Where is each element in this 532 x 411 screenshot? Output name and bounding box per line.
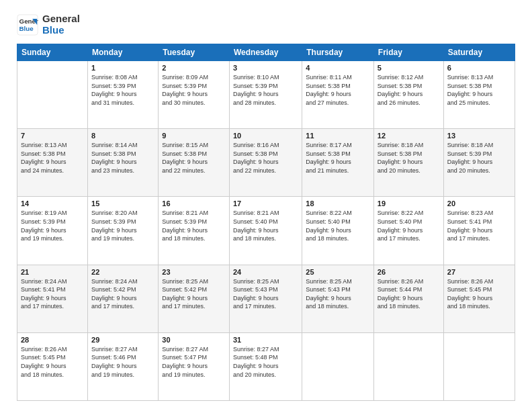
day-number: 6 [447,64,511,72]
calendar-cell: 30Sunrise: 8:27 AM Sunset: 5:47 PM Dayli… [159,332,230,400]
day-info: Sunrise: 8:21 AM Sunset: 5:40 PM Dayligh… [233,209,298,242]
weekday-header-row: SundayMondayTuesdayWednesdayThursdayFrid… [17,44,515,61]
calendar-cell: 9Sunrise: 8:15 AM Sunset: 5:38 PM Daylig… [159,129,230,197]
weekday-header-monday: Monday [88,44,159,61]
day-number: 11 [306,132,370,140]
header: General Blue General Blue [17,13,515,36]
calendar-table: SundayMondayTuesdayWednesdayThursdayFrid… [17,44,515,401]
calendar-cell [443,332,515,400]
weekday-header-sunday: Sunday [17,44,88,61]
day-info: Sunrise: 8:24 AM Sunset: 5:42 PM Dayligh… [91,277,154,311]
day-number: 20 [447,199,511,208]
day-info: Sunrise: 8:08 AM Sunset: 5:39 PM Dayligh… [91,73,154,107]
day-info: Sunrise: 8:26 AM Sunset: 5:45 PM Dayligh… [447,277,511,311]
day-info: Sunrise: 8:18 AM Sunset: 5:39 PM Dayligh… [447,141,511,175]
day-info: Sunrise: 8:14 AM Sunset: 5:38 PM Dayligh… [91,141,154,175]
day-info: Sunrise: 8:09 AM Sunset: 5:39 PM Dayligh… [162,73,226,107]
calendar-cell: 4Sunrise: 8:11 AM Sunset: 5:38 PM Daylig… [302,61,374,129]
week-row-3: 14Sunrise: 8:19 AM Sunset: 5:39 PM Dayli… [17,197,515,265]
week-row-1: 1Sunrise: 8:08 AM Sunset: 5:39 PM Daylig… [17,61,515,129]
calendar-cell: 25Sunrise: 8:25 AM Sunset: 5:43 PM Dayli… [302,265,374,332]
calendar-cell: 15Sunrise: 8:20 AM Sunset: 5:39 PM Dayli… [88,197,159,265]
calendar-cell: 16Sunrise: 8:21 AM Sunset: 5:39 PM Dayli… [159,197,230,265]
day-info: Sunrise: 8:11 AM Sunset: 5:38 PM Dayligh… [306,73,370,107]
day-number: 14 [21,199,84,208]
calendar-cell: 2Sunrise: 8:09 AM Sunset: 5:39 PM Daylig… [159,61,230,129]
day-info: Sunrise: 8:25 AM Sunset: 5:43 PM Dayligh… [306,277,370,311]
calendar-cell: 20Sunrise: 8:23 AM Sunset: 5:41 PM Dayli… [443,197,515,265]
day-number: 8 [91,132,154,140]
calendar-cell: 19Sunrise: 8:22 AM Sunset: 5:40 PM Dayli… [373,197,443,265]
day-number: 31 [233,336,298,344]
day-info: Sunrise: 8:16 AM Sunset: 5:38 PM Dayligh… [233,141,298,175]
calendar-cell [373,332,443,400]
calendar-cell: 23Sunrise: 8:25 AM Sunset: 5:42 PM Dayli… [159,265,230,332]
calendar-cell: 12Sunrise: 8:18 AM Sunset: 5:38 PM Dayli… [373,129,443,197]
weekday-header-wednesday: Wednesday [230,44,302,61]
day-number: 1 [91,64,154,72]
day-number: 25 [306,268,370,276]
calendar-cell: 18Sunrise: 8:22 AM Sunset: 5:40 PM Dayli… [302,197,374,265]
day-number: 7 [21,132,84,140]
calendar-cell: 29Sunrise: 8:27 AM Sunset: 5:46 PM Dayli… [88,332,159,400]
week-row-4: 21Sunrise: 8:24 AM Sunset: 5:41 PM Dayli… [17,265,515,332]
calendar-cell: 11Sunrise: 8:17 AM Sunset: 5:38 PM Dayli… [302,129,374,197]
calendar-cell: 17Sunrise: 8:21 AM Sunset: 5:40 PM Dayli… [230,197,302,265]
calendar-cell: 27Sunrise: 8:26 AM Sunset: 5:45 PM Dayli… [443,265,515,332]
day-number: 16 [162,199,226,208]
day-number: 15 [91,199,154,208]
day-info: Sunrise: 8:26 AM Sunset: 5:45 PM Dayligh… [21,345,84,379]
day-number: 24 [233,268,298,276]
calendar-cell: 21Sunrise: 8:24 AM Sunset: 5:41 PM Dayli… [17,265,88,332]
day-info: Sunrise: 8:15 AM Sunset: 5:38 PM Dayligh… [162,141,226,175]
page: General Blue General Blue SundayMondayTu… [0,0,532,411]
day-info: Sunrise: 8:27 AM Sunset: 5:47 PM Dayligh… [162,345,226,379]
calendar-cell: 5Sunrise: 8:12 AM Sunset: 5:38 PM Daylig… [373,61,443,129]
day-number: 26 [378,268,440,276]
calendar-cell: 14Sunrise: 8:19 AM Sunset: 5:39 PM Dayli… [17,197,88,265]
weekday-header-thursday: Thursday [302,44,374,61]
day-info: Sunrise: 8:26 AM Sunset: 5:44 PM Dayligh… [378,277,440,311]
day-number: 30 [162,336,226,344]
day-info: Sunrise: 8:25 AM Sunset: 5:43 PM Dayligh… [233,277,298,311]
day-number: 23 [162,268,226,276]
weekday-header-saturday: Saturday [443,44,515,61]
day-number: 22 [91,268,154,276]
day-info: Sunrise: 8:24 AM Sunset: 5:41 PM Dayligh… [21,277,84,311]
day-number: 21 [21,268,84,276]
calendar-cell: 28Sunrise: 8:26 AM Sunset: 5:45 PM Dayli… [17,332,88,400]
day-number: 27 [447,268,511,276]
day-info: Sunrise: 8:17 AM Sunset: 5:38 PM Dayligh… [306,141,370,175]
day-number: 4 [306,64,370,72]
calendar-cell: 1Sunrise: 8:08 AM Sunset: 5:39 PM Daylig… [88,61,159,129]
day-number: 3 [233,64,298,72]
day-number: 18 [306,199,370,208]
calendar-cell: 31Sunrise: 8:27 AM Sunset: 5:48 PM Dayli… [230,332,302,400]
weekday-header-friday: Friday [373,44,443,61]
day-number: 19 [378,199,440,208]
day-number: 12 [378,132,440,140]
calendar-cell: 22Sunrise: 8:24 AM Sunset: 5:42 PM Dayli… [88,265,159,332]
day-number: 10 [233,132,298,140]
calendar-cell: 24Sunrise: 8:25 AM Sunset: 5:43 PM Dayli… [230,265,302,332]
day-number: 2 [162,64,226,72]
logo: General Blue General Blue [17,13,80,36]
calendar-cell [17,61,88,129]
weekday-header-tuesday: Tuesday [159,44,230,61]
day-info: Sunrise: 8:13 AM Sunset: 5:38 PM Dayligh… [447,73,511,107]
calendar-cell [302,332,374,400]
day-info: Sunrise: 8:12 AM Sunset: 5:38 PM Dayligh… [378,73,440,107]
day-number: 17 [233,199,298,208]
day-info: Sunrise: 8:27 AM Sunset: 5:48 PM Dayligh… [233,345,298,379]
calendar-cell: 6Sunrise: 8:13 AM Sunset: 5:38 PM Daylig… [443,61,515,129]
calendar-cell: 7Sunrise: 8:13 AM Sunset: 5:38 PM Daylig… [17,129,88,197]
day-number: 5 [378,64,440,72]
day-info: Sunrise: 8:23 AM Sunset: 5:41 PM Dayligh… [447,209,511,242]
day-info: Sunrise: 8:18 AM Sunset: 5:38 PM Dayligh… [378,141,440,175]
calendar-cell: 13Sunrise: 8:18 AM Sunset: 5:39 PM Dayli… [443,129,515,197]
day-info: Sunrise: 8:25 AM Sunset: 5:42 PM Dayligh… [162,277,226,311]
logo-text: General Blue [42,13,80,36]
day-info: Sunrise: 8:22 AM Sunset: 5:40 PM Dayligh… [306,209,370,242]
calendar-cell: 26Sunrise: 8:26 AM Sunset: 5:44 PM Dayli… [373,265,443,332]
day-info: Sunrise: 8:13 AM Sunset: 5:38 PM Dayligh… [21,141,84,175]
